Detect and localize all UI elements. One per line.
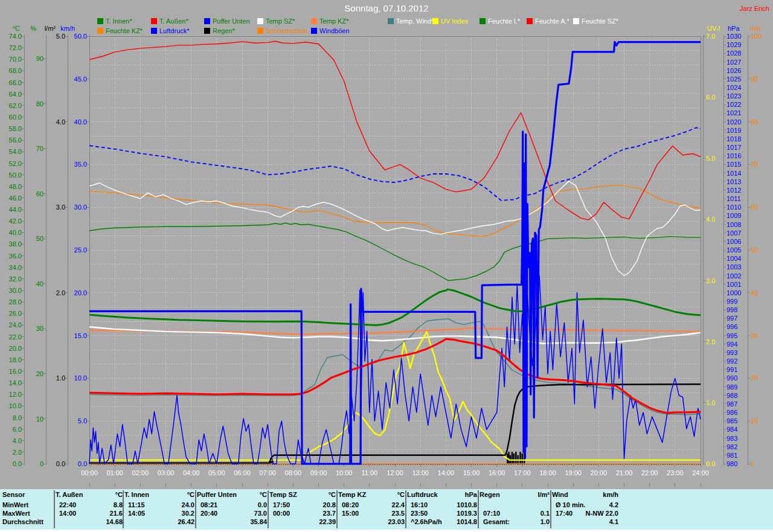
axis-tick-label: 994 — [726, 341, 737, 348]
table-column-separator — [195, 490, 196, 528]
axis-tick-label: 1019 — [726, 127, 741, 134]
axis-tick-label: 1022 — [726, 101, 741, 108]
axis-tick-label: 4.0 — [13, 437, 22, 444]
axis-tick-label: 72.0 — [9, 44, 22, 51]
table-col-unit: hPa — [453, 491, 477, 498]
table-cell-value: 24.0 — [124, 501, 194, 508]
table-col-header: Wind — [552, 491, 598, 498]
axis-tick-label: 28.0 — [9, 298, 22, 306]
time-tick-label: 06:00 — [234, 469, 251, 476]
time-tick-label: 23:00 — [667, 469, 684, 476]
axis-tick-label: 14.0 — [9, 379, 22, 386]
axis-tick-label: 22.0 — [9, 333, 22, 341]
axis-tick-label: 36.0 — [9, 252, 22, 260]
table-row-label: MinWert — [2, 501, 53, 508]
time-tick-label: 24:00 — [692, 469, 709, 476]
table-cell-value: 23.7 — [269, 510, 336, 517]
table-cell-value: 1019.3 — [407, 510, 477, 517]
axis-tick-label: 90 — [36, 55, 43, 62]
summary-table: SensorMinWertMaxWertDurchschnittT. Außen… — [0, 489, 773, 530]
table-cell-value: 35.84 — [197, 518, 267, 525]
axis-tick-label: 993 — [726, 349, 737, 356]
table-cell-value: 26.42 — [124, 518, 194, 525]
axis-tick-label: 1006 — [726, 238, 741, 245]
time-tick-label: 16:00 — [489, 469, 505, 476]
axis-tick-label: 48.0 — [9, 183, 22, 190]
axis-tick-label: 40.0 — [74, 118, 87, 126]
axis-tick-label: 46.0 — [9, 194, 22, 202]
axis-tick-label: 985 — [726, 417, 737, 425]
axis-tick-label: 60 — [751, 204, 758, 211]
weather-chart-svg: 0.02.04.06.08.010.012.014.016.018.020.02… — [0, 0, 773, 488]
axis-tick-label: 8.0 — [13, 414, 22, 421]
time-tick-label: 12:00 — [386, 469, 403, 476]
table-col-unit: °C — [98, 491, 123, 498]
time-tick-label: 14:00 — [438, 469, 455, 476]
axis-tick-label: 981 — [726, 452, 737, 459]
table-column-separator — [478, 490, 479, 528]
axis-tick-label: 20.0 — [9, 345, 22, 352]
table-cell-value: 1.0 — [480, 518, 550, 525]
axis-tick-label: 7.0 — [706, 33, 715, 40]
table-col-unit: °C — [243, 491, 267, 498]
axis-tick-label: 1.0 — [706, 399, 715, 406]
axis-tick-label: 986 — [726, 409, 737, 416]
axis-tick-label: 1018 — [726, 135, 741, 143]
table-cell-value: 21.6 — [56, 510, 123, 517]
time-tick-label: 18:00 — [539, 469, 556, 476]
time-tick-label: 22:00 — [641, 469, 658, 476]
table-col-unit: °C — [170, 491, 194, 498]
axis-tick-label: 70.0 — [9, 56, 22, 63]
table-col-unit: °C — [380, 491, 405, 498]
table-col-header: T. Außen — [56, 491, 102, 498]
axis-tick-label: 70 — [751, 161, 758, 168]
table-cell-value: 0.1 — [480, 510, 550, 517]
axis-tick-label: 90 — [751, 75, 758, 83]
axis-tick-label: 1026 — [726, 67, 741, 74]
axis-tick-label: 10 — [36, 415, 43, 423]
table-col-header: Puffer Unten — [197, 491, 246, 498]
time-tick-label: 02:00 — [132, 469, 149, 476]
axis-tick-label: 4.0 — [706, 216, 715, 223]
axis-tick-label: 1003 — [726, 263, 741, 271]
time-tick-label: 10:00 — [336, 469, 353, 476]
axis-tick-label: 1013 — [726, 178, 741, 185]
table-cell-value: 22.4 — [338, 501, 405, 508]
axis-tick-label: 42.0 — [9, 217, 22, 225]
axis-tick-label: 26.0 — [9, 310, 22, 317]
time-tick-label: 05:00 — [208, 469, 225, 476]
axis-tick-label: 1030 — [726, 33, 741, 40]
table-col-unit: km/h — [594, 491, 618, 498]
time-tick-label: 08:00 — [285, 469, 302, 476]
axis-tick-label: 992 — [726, 357, 737, 365]
axis-tick-label: 0 — [40, 460, 43, 467]
axis-tick-label: 68.0 — [9, 67, 22, 74]
axis-tick-label: 80 — [36, 100, 43, 107]
axis-tick-label: 1028 — [726, 50, 741, 57]
axis-tick-label: 1017 — [726, 144, 741, 151]
table-col-header: T. Innen — [124, 491, 174, 498]
axis-tick-label: 62.0 — [9, 102, 22, 109]
axis-tick-label: 995 — [726, 332, 737, 339]
axis-tick-label: 3.0 — [706, 277, 715, 284]
axis-tick-label: 60 — [36, 190, 43, 197]
table-cell-value: N-NW 22.0 — [552, 510, 618, 517]
axis-tick-label: 996 — [726, 323, 737, 330]
axis-tick-label: 1025 — [726, 75, 741, 83]
axis-tick-label: 30 — [751, 332, 758, 339]
axis-tick-label: 989 — [726, 383, 737, 391]
window-bottom-strip — [0, 530, 773, 532]
axis-tick-label: 1029 — [726, 41, 741, 48]
table-cell-value: 1014.8 — [407, 518, 477, 525]
axis-tick-label: 4.0 — [56, 118, 65, 126]
axis-tick-label: 1012 — [726, 187, 741, 194]
table-row-label: MaxWert — [2, 510, 53, 517]
axis-tick-label: 6.0 — [706, 94, 715, 101]
table-row-label: Sensor — [2, 491, 53, 498]
time-tick-label: 00:00 — [81, 469, 98, 476]
table-cell-value: 20.8 — [269, 501, 336, 508]
table-cell-value: 23.5 — [338, 510, 405, 517]
axis-tick-label: 1027 — [726, 59, 741, 66]
axis-tick-label: 1015 — [726, 161, 741, 168]
axis-tick-label: 5.0 — [706, 155, 715, 162]
